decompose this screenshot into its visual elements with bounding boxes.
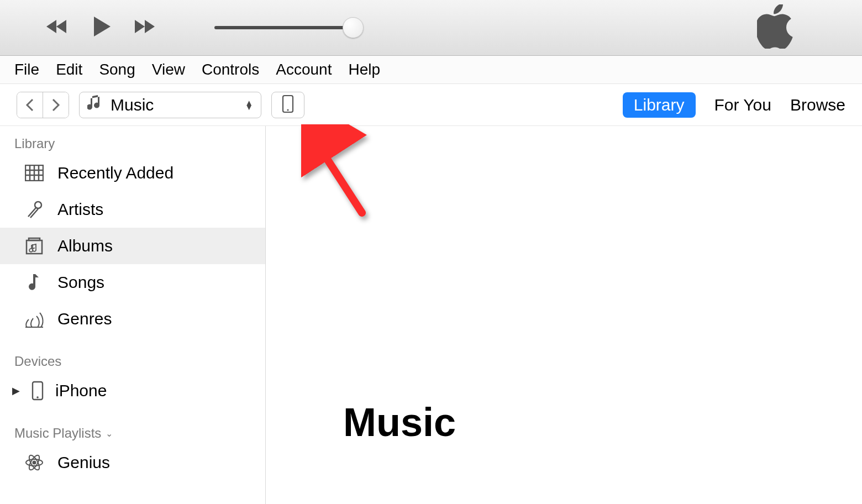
apple-logo-icon [757,4,796,51]
grid-icon [23,165,45,181]
guitar-icon [23,309,45,328]
nav-forward-button[interactable] [43,92,69,118]
sidebar-heading-playlists[interactable]: Music Playlists ⌄ [0,420,265,444]
page-title: Music [343,400,456,445]
sidebar-item-iphone[interactable]: ▶ iPhone [0,372,265,409]
sidebar-heading-library: Library [0,130,265,155]
svg-point-8 [35,202,41,208]
menu-account[interactable]: Account [276,61,332,78]
device-button[interactable] [271,92,304,118]
tab-library[interactable]: Library [623,92,696,118]
menu-view[interactable]: View [152,61,185,78]
music-note-icon [23,273,45,292]
album-icon [23,237,45,255]
sidebar-item-label: Recently Added [57,164,174,182]
music-note-icon [87,95,103,115]
sidebar-heading-devices: Devices [0,348,265,372]
menu-help[interactable]: Help [348,61,380,78]
play-button[interactable] [90,14,114,41]
menu-bar: File Edit Song View Controls Account Hel… [0,56,862,84]
menu-edit[interactable]: Edit [56,61,82,78]
media-type-label: Music [111,96,154,114]
microphone-icon [23,200,45,219]
sidebar-item-label: iPhone [55,381,107,400]
phone-icon [27,381,49,401]
playback-bar [0,0,862,56]
svg-point-1 [287,109,288,111]
svg-rect-12 [29,238,40,240]
chevron-down-icon: ⌄ [106,428,113,439]
sidebar-item-recently-added[interactable]: Recently Added [0,155,265,191]
transport-controls [44,14,159,41]
sidebar-item-genres[interactable]: Genres [0,301,265,337]
toolbar: Music ▲▼ Library For You Browse [0,84,862,126]
tab-browse[interactable]: Browse [790,96,845,114]
menu-song[interactable]: Song [99,61,135,78]
body: Library Recently Added Artists [0,126,862,504]
menu-file[interactable]: File [14,61,39,78]
volume-track[interactable] [214,26,353,29]
sidebar-item-label: Albums [57,237,113,255]
atom-icon [23,453,45,472]
volume-slider[interactable] [214,26,353,29]
sidebar: Library Recently Added Artists [0,126,266,504]
sidebar-item-artists[interactable]: Artists [0,191,265,228]
sidebar-item-songs[interactable]: Songs [0,264,265,301]
menu-controls[interactable]: Controls [202,61,259,78]
sidebar-item-label: Genres [57,309,112,328]
nav-back-button[interactable] [17,92,43,118]
svg-point-15 [36,396,39,398]
tab-for-you[interactable]: For You [714,96,771,114]
sidebar-item-label: Genius [57,453,110,472]
sidebar-item-genius[interactable]: Genius [0,444,265,481]
sidebar-item-label: Artists [57,200,103,219]
main-content: Music [266,126,862,504]
phone-icon [282,95,294,116]
sidebar-item-albums[interactable]: Albums [0,228,265,264]
sidebar-item-label: Songs [57,273,104,292]
disclosure-triangle-icon[interactable]: ▶ [12,385,20,397]
updown-chevron-icon: ▲▼ [245,101,253,109]
nav-buttons [17,92,69,118]
volume-thumb[interactable] [343,17,364,38]
svg-point-19 [33,461,36,464]
media-type-selector[interactable]: Music ▲▼ [79,92,261,118]
view-tabs: Library For You Browse [623,92,845,118]
next-button[interactable] [133,18,159,38]
sidebar-heading-label: Music Playlists [14,426,101,441]
previous-button[interactable] [44,18,71,38]
